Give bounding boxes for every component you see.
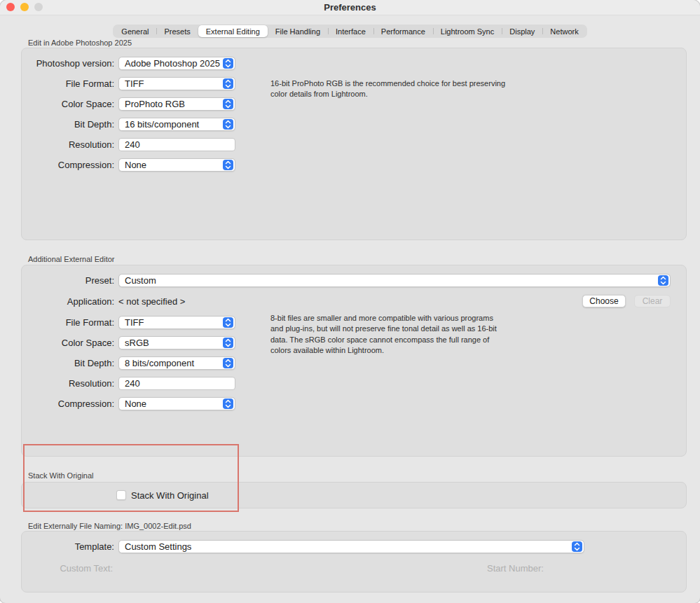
title-bar: Preferences [0,0,700,15]
color-space-value: ProPhoto RGB [119,99,235,109]
bit-depth-row: Bit Depth: 16 bits/component [27,117,680,131]
photoshop-version-value: Adobe Photoshop 2025 [119,58,235,69]
popup-stepper-icon [223,160,233,170]
compression-row-2: Compression: None [27,396,680,410]
template-row: Template: Custom Settings [27,539,680,553]
color-space-select-2[interactable]: sRGB [118,336,235,349]
compression-row: Compression: None [27,158,680,172]
choose-button[interactable]: Choose [582,295,626,307]
template-select[interactable]: Custom Settings [118,540,584,553]
additional-help-text: 8-bit files are smaller and more compati… [270,313,516,356]
clear-button: Clear [634,295,671,307]
popup-stepper-icon [658,275,668,286]
minimize-button[interactable] [20,3,29,11]
preset-row: Preset: Custom [27,273,680,287]
color-space-label: Color Space: [27,338,114,348]
resolution-row-2: Resolution: [27,376,680,390]
bit-depth-label: Bit Depth: [27,119,114,130]
popup-stepper-icon [223,358,233,368]
tab-lightroom-sync[interactable]: Lightroom Sync [433,25,502,37]
popup-stepper-icon [223,78,233,89]
application-label: Application: [27,296,114,307]
compression-select[interactable]: None [118,158,235,172]
photoshop-version-label: Photoshop version: [27,58,114,69]
tab-presets[interactable]: Presets [156,25,198,37]
bit-depth-value: 8 bits/component [119,358,235,368]
color-space-label: Color Space: [27,99,114,109]
compression-label: Compression: [27,398,114,409]
additional-section-panel: Preset: Custom Application: < not specif… [21,265,687,457]
popup-stepper-icon [223,398,233,409]
bit-depth-label: Bit Depth: [27,358,114,368]
photoshop-section-label: Edit in Adobe Photoshop 2025 [28,39,132,47]
compression-select-2[interactable]: None [118,397,235,410]
application-value: < not specified > [118,296,185,307]
popup-stepper-icon [223,317,233,328]
file-format-select[interactable]: TIFF [118,77,235,90]
resolution-input-2[interactable] [118,377,235,390]
tab-bar: GeneralPresetsExternal EditingFile Handl… [113,25,586,38]
preset-value: Custom [119,275,670,286]
popup-stepper-icon [223,338,233,348]
close-button[interactable] [6,3,15,11]
tab-performance[interactable]: Performance [373,25,433,37]
file-format-label: File Format: [27,78,114,89]
application-row: Application: < not specified > Choose Cl… [27,294,680,308]
custom-text-label: Custom Text: [27,563,113,574]
naming-section-panel: Template: Custom Settings Custom Text: S… [21,531,687,592]
naming-section-label: Edit Externally File Naming: IMG_0002-Ed… [28,522,191,530]
tab-network[interactable]: Network [542,25,586,37]
photoshop-section-panel: Photoshop version: Adobe Photoshop 2025 … [21,48,687,240]
color-space-select[interactable]: ProPhoto RGB [118,97,235,111]
photoshop-version-row: Photoshop version: Adobe Photoshop 2025 [27,56,680,70]
preferences-window: Preferences GeneralPresetsExternal Editi… [0,0,700,603]
compression-value: None [119,160,235,170]
photoshop-version-select[interactable]: Adobe Photoshop 2025 [118,57,235,70]
popup-stepper-icon [572,541,582,552]
bit-depth-select[interactable]: 16 bits/component [118,118,235,131]
bit-depth-value: 16 bits/component [119,119,235,130]
stack-section-panel: Stack With Original [21,482,687,508]
color-space-value: sRGB [119,338,235,348]
file-format-value: TIFF [119,317,235,328]
tab-file-handling[interactable]: File Handling [268,25,328,37]
zoom-button-disabled [34,3,43,11]
file-format-select-2[interactable]: TIFF [118,316,235,329]
additional-section-label: Additional External Editor [28,255,115,263]
stack-with-original-checkbox[interactable] [116,490,126,500]
tab-bar-wrap: GeneralPresetsExternal EditingFile Handl… [0,25,700,38]
template-label: Template: [27,541,114,552]
compression-value: None [119,398,235,409]
start-number-label: Start Number: [487,563,544,574]
tab-external-editing[interactable]: External Editing [198,25,268,37]
window-title: Preferences [324,2,376,13]
file-format-label: File Format: [27,317,114,328]
popup-stepper-icon [223,99,233,109]
resolution-row: Resolution: [27,137,680,151]
popup-stepper-icon [223,58,233,69]
traffic-lights [6,3,43,11]
photoshop-help-text: 16-bit ProPhoto RGB is the recommended c… [270,78,509,100]
naming-disabled-row: Custom Text: Start Number: [27,563,680,577]
preset-select[interactable]: Custom [118,274,671,287]
preset-label: Preset: [27,275,114,286]
popup-stepper-icon [223,119,233,130]
resolution-input[interactable] [118,138,235,151]
tab-interface[interactable]: Interface [328,25,373,37]
compression-label: Compression: [27,160,114,170]
stack-section-label: Stack With Original [28,471,94,480]
stack-with-original-checkbox-label: Stack With Original [131,490,209,501]
bit-depth-select-2[interactable]: 8 bits/component [118,356,235,370]
resolution-label: Resolution: [27,139,114,150]
resolution-label: Resolution: [27,378,114,389]
bit-depth-row-2: Bit Depth: 8 bits/component [27,356,680,370]
template-value: Custom Settings [119,541,584,552]
file-format-value: TIFF [119,78,235,89]
tab-general[interactable]: General [114,25,156,37]
tab-display[interactable]: Display [502,25,542,37]
